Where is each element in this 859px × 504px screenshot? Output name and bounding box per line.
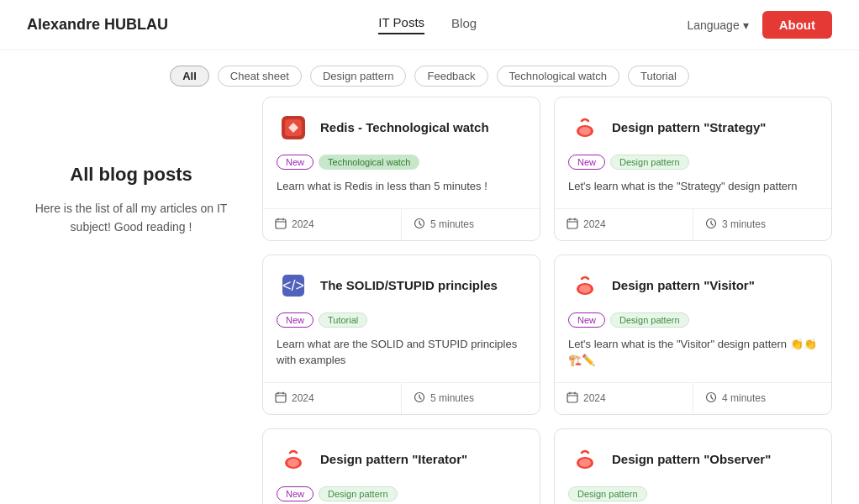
tag-design-pattern: Design pattern — [319, 486, 398, 501]
tag-new: New — [277, 486, 314, 501]
card-title: Design pattern "Observer" — [612, 451, 771, 468]
tag-design-pattern: Design pattern — [610, 312, 689, 328]
clock-icon — [705, 218, 717, 232]
card-body: Design pattern "Strategy" NewDesign patt… — [555, 97, 831, 208]
card-desc: Let's learn what is the "Strategy" desig… — [568, 178, 818, 195]
clock-icon — [414, 218, 425, 232]
card-tags: NewDesign pattern — [277, 486, 526, 501]
card-2[interactable]: </> The SOLID/STUPID principles NewTutor… — [262, 255, 540, 415]
card-title: Design pattern "Strategy" — [612, 119, 766, 136]
card-5[interactable]: Design pattern "Observer" Design pattern… — [554, 428, 832, 505]
card-tags: NewTechnological watch — [277, 155, 526, 170]
card-year: 2024 — [555, 209, 693, 240]
year-value: 2024 — [292, 218, 314, 230]
card-tags: Design pattern — [568, 486, 818, 501]
card-title: The SOLID/STUPID principles — [320, 277, 498, 294]
card-header: Design pattern "Strategy" — [568, 111, 818, 144]
duration-value: 5 minutes — [430, 218, 474, 230]
filter-bar: AllCheat sheetDesign patternFeedbackTech… — [0, 50, 859, 97]
card-header: Design pattern "Observer" — [568, 443, 818, 476]
calendar-icon — [275, 218, 287, 232]
filter-design-pattern[interactable]: Design pattern — [310, 66, 407, 87]
card-1[interactable]: Design pattern "Strategy" NewDesign patt… — [554, 97, 832, 241]
card-year: 2024 — [263, 209, 402, 240]
card-body: Design pattern "Visitor" NewDesign patte… — [555, 255, 831, 382]
year-value: 2024 — [583, 218, 606, 230]
card-desc: Learn what is Redis in less than 5 minut… — [277, 178, 526, 195]
card-icon — [277, 111, 310, 144]
tag-new: New — [277, 312, 314, 328]
nav-it-posts[interactable]: IT Posts — [378, 15, 424, 34]
filter-feedback[interactable]: Feedback — [414, 66, 487, 87]
card-icon — [568, 269, 602, 302]
main-content: All blog posts Here is the list of all m… — [0, 97, 859, 504]
card-header: Design pattern "Visitor" — [568, 269, 818, 302]
filter-technological-watch[interactable]: Technological watch — [497, 66, 619, 87]
calendar-icon — [567, 218, 578, 232]
nav-blog[interactable]: Blog — [451, 16, 477, 34]
card-icon — [568, 111, 602, 144]
card-duration: 5 minutes — [402, 383, 540, 414]
card-footer: 2024 3 minutes — [555, 208, 831, 240]
card-duration: 3 minutes — [693, 209, 831, 240]
card-year: 2024 — [555, 383, 693, 414]
card-tags: NewDesign pattern — [568, 312, 818, 328]
duration-value: 4 minutes — [722, 392, 766, 404]
card-desc: Let's learn what is the "Visitor" design… — [568, 336, 818, 369]
card-year: 2024 — [263, 383, 402, 414]
svg-point-13 — [579, 285, 591, 293]
tag-technological-watch: Technological watch — [319, 155, 419, 170]
about-button[interactable]: About — [762, 11, 832, 39]
svg-rect-10 — [276, 393, 286, 402]
card-title: Redis - Technological watch — [320, 119, 489, 136]
tag-design-pattern: Design pattern — [610, 155, 689, 170]
year-value: 2024 — [292, 392, 314, 404]
card-footer: 2024 5 minutes — [263, 382, 540, 414]
duration-value: 5 minutes — [430, 392, 474, 404]
left-panel: All blog posts Here is the list of all m… — [27, 97, 262, 504]
filter-cheat-sheet[interactable]: Cheat sheet — [218, 66, 302, 87]
duration-value: 3 minutes — [722, 218, 766, 230]
card-4[interactable]: Design pattern "Iterator" NewDesign patt… — [262, 428, 540, 505]
card-header: Redis - Technological watch — [277, 111, 526, 144]
filter-all[interactable]: All — [170, 66, 209, 87]
header: Alexandre HUBLAU IT Posts Blog Language … — [0, 0, 859, 50]
svg-rect-2 — [276, 219, 286, 228]
card-body: Design pattern "Observer" Design pattern… — [555, 429, 831, 505]
card-icon — [568, 443, 602, 476]
card-icon — [277, 443, 310, 476]
tag-new: New — [568, 312, 605, 328]
main-nav: IT Posts Blog — [378, 15, 477, 34]
svg-rect-6 — [567, 219, 577, 228]
tag-new: New — [568, 155, 605, 170]
tag-tutorial: Tutorial — [319, 312, 367, 328]
calendar-icon — [275, 391, 287, 406]
clock-icon — [414, 391, 425, 406]
card-0[interactable]: Redis - Technological watch NewTechnolog… — [262, 97, 540, 241]
card-icon: </> — [277, 269, 310, 302]
cards-grid: Redis - Technological watch NewTechnolog… — [262, 97, 832, 504]
card-body: Redis - Technological watch NewTechnolog… — [263, 97, 540, 208]
tag-design-pattern: Design pattern — [568, 486, 647, 501]
svg-text:</>: </> — [282, 277, 304, 294]
logo: Alexandre HUBLAU — [27, 16, 168, 34]
chevron-down-icon: ▾ — [743, 18, 749, 32]
card-body: </> The SOLID/STUPID principles NewTutor… — [263, 255, 540, 382]
clock-icon — [705, 391, 717, 406]
card-header: </> The SOLID/STUPID principles — [277, 269, 526, 302]
svg-point-17 — [287, 459, 299, 467]
svg-point-5 — [579, 127, 591, 135]
card-tags: NewDesign pattern — [568, 155, 818, 170]
card-3[interactable]: Design pattern "Visitor" NewDesign patte… — [554, 255, 832, 415]
filter-tutorial[interactable]: Tutorial — [628, 66, 689, 87]
svg-point-21 — [579, 459, 591, 467]
card-desc: Learn what are the SOLID and STUPID prin… — [277, 336, 526, 369]
language-label: Language — [687, 18, 739, 32]
card-title: Design pattern "Visitor" — [612, 277, 755, 294]
page-subtitle: Here is the list of all my articles on I… — [27, 199, 235, 237]
card-header: Design pattern "Iterator" — [277, 443, 526, 476]
year-value: 2024 — [583, 392, 606, 404]
calendar-icon — [567, 391, 578, 406]
language-button[interactable]: Language ▾ — [687, 18, 748, 32]
card-footer: 2024 5 minutes — [263, 208, 540, 240]
